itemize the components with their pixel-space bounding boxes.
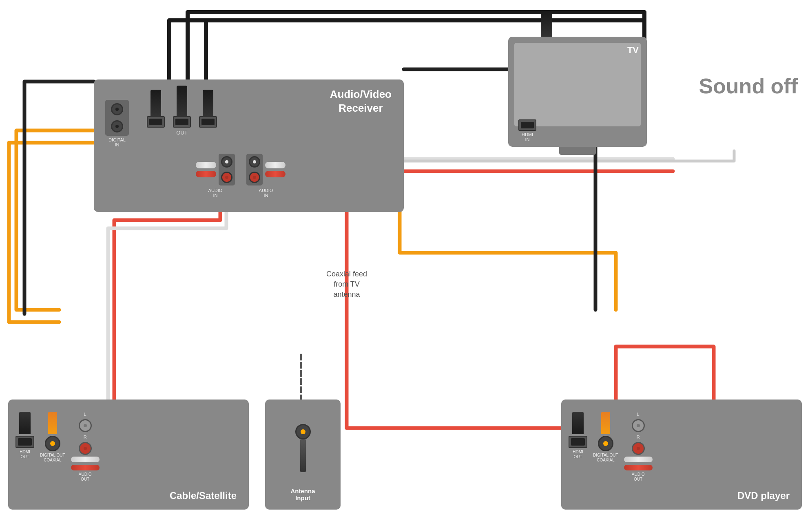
dvd-hdmi-out: HDMI OUT (569, 412, 587, 459)
dvd-device: DVD player HDMI OUT DIGITAL OUT COAXIAL … (561, 400, 802, 510)
avr-hdmi-port-2 (173, 86, 191, 128)
tv-hdmi-in-label: HDMI IN (518, 132, 536, 142)
tv-screen (514, 43, 641, 126)
cable-sat-hdmi-out: HDMI OUT (15, 412, 34, 459)
avr-label: Audio/Video Receiver (330, 88, 392, 115)
avr-hdmi-out-section: OUT (147, 86, 217, 136)
avr-audio-in-1-label: AUDIO IN (208, 188, 223, 198)
dvd-digital-out: DIGITAL OUT COAXIAL (593, 412, 618, 463)
dvd-audio-label: AUDIO OUT (632, 472, 645, 482)
dvd-ports: HDMI OUT DIGITAL OUT COAXIAL L R (569, 412, 653, 482)
cable-sat-label: Cable/Satellite (170, 490, 237, 501)
avr-hdmi-port-3 (199, 90, 217, 128)
cable-sat-hdmi-label: HDMI OUT (20, 450, 30, 459)
cable-sat-device: Cable/Satellite HDMI OUT DIGITAL OUT COA… (8, 400, 249, 510)
sound-off-label: Sound off (699, 73, 798, 99)
tv-hdmi-in: HDMI IN (518, 119, 536, 142)
dvd-audio-out: L R AUDIO OUT (624, 412, 653, 482)
avr-audio-in-2: AUDIO IN (246, 154, 285, 198)
cable-sat-digital-label: DIGITAL OUT COAXIAL (40, 453, 65, 463)
avr-out-label: OUT (147, 130, 217, 136)
avr-hdmi-port-1 (147, 90, 165, 128)
tv-stand (559, 147, 596, 155)
dvd-digital-label: DIGITAL OUT COAXIAL (593, 453, 618, 463)
tv-label: TV (627, 45, 639, 55)
avr-audio-in-2-label: AUDIO IN (259, 188, 273, 198)
avr-device: Audio/Video Receiver OU (94, 79, 404, 212)
avr-digital-in: DIGITAL IN (105, 100, 129, 147)
tv-hdmi-cable (541, 12, 552, 37)
avr-audio-in-1: AUDIO IN (196, 154, 235, 198)
dvd-label: DVD player (737, 490, 790, 501)
dvd-hdmi-label: HDMI OUT (573, 450, 583, 459)
avr-digital-in-label: DIGITAL IN (105, 137, 129, 147)
cable-sat-ports: HDMI OUT DIGITAL OUT COAXIAL L R (15, 412, 100, 482)
cable-sat-digital-out: DIGITAL OUT COAXIAL (40, 412, 65, 463)
antenna-port (295, 424, 311, 472)
antenna-device: Antenna Input (265, 400, 341, 510)
antenna-label: Antenna Input (291, 488, 315, 501)
coaxial-feed-label: Coaxial feed from TV antenna (326, 269, 367, 300)
cable-sat-audio-label: AUDIO OUT (79, 472, 92, 482)
avr-audio-in-section: AUDIO IN AUDIO IN (196, 154, 285, 198)
cable-sat-audio-out: L R AUDIO OUT (71, 412, 100, 482)
tv-device: HDMI IN TV (508, 37, 647, 147)
